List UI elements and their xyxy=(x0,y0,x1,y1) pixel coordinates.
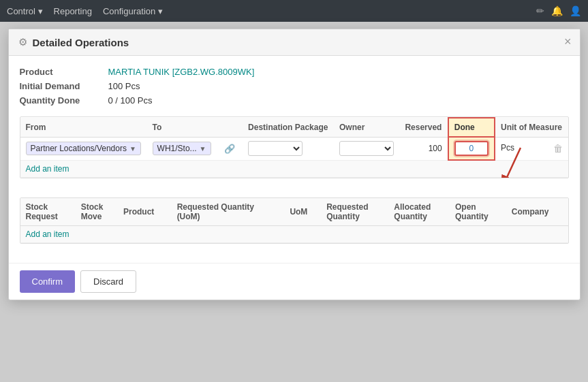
to-dropdown-arrow: ▼ xyxy=(200,145,206,153)
stock-table: StockRequest StockMove Product Requested… xyxy=(20,198,568,243)
from-dropdown[interactable]: Partner Locations/Vendors ▼ xyxy=(26,142,141,155)
ops-add-row[interactable]: Add an item xyxy=(20,160,568,178)
col-to: To xyxy=(147,118,217,137)
initial-demand-label: Initial Demand xyxy=(20,81,102,91)
nav-reporting[interactable]: Reporting xyxy=(54,6,92,16)
col-open-qty: OpenQuantity xyxy=(450,198,506,226)
col-done: Done xyxy=(448,118,495,137)
ops-table: From To Destination Package Owner Reserv… xyxy=(20,117,568,178)
col-uom: Unit of Measure xyxy=(495,118,568,137)
dest-package-select[interactable] xyxy=(248,141,303,156)
owner-select[interactable] xyxy=(339,141,394,156)
col-uom: UoM xyxy=(284,198,321,226)
product-label: Product xyxy=(20,67,102,77)
user-icon[interactable]: 👤 xyxy=(570,5,581,16)
cell-owner[interactable] xyxy=(334,137,399,160)
edit-icon[interactable]: ✏ xyxy=(536,5,544,16)
info-section: Product MARTIA TUNIK [ZGB2.WG.8009WK] In… xyxy=(20,67,569,106)
col-dest-package: Destination Package xyxy=(243,118,334,137)
stock-add-item[interactable]: Add an item xyxy=(20,226,568,243)
close-icon[interactable]: × xyxy=(564,35,572,48)
stock-add-row[interactable]: Add an item xyxy=(20,226,568,243)
col-requested-qty: RequestedQuantity xyxy=(321,198,388,226)
col-reserved: Reserved xyxy=(399,118,448,137)
cell-uom: Pcs 🗑 xyxy=(495,137,568,160)
initial-demand-value: 100 Pcs xyxy=(108,81,569,91)
ops-table-section: From To Destination Package Owner Reserv… xyxy=(20,116,569,178)
col-stock-request: StockRequest xyxy=(20,198,76,226)
col-from: From xyxy=(20,118,147,137)
bell-icon[interactable]: 🔔 xyxy=(551,5,563,16)
done-input[interactable] xyxy=(454,141,489,156)
cell-link[interactable]: 🔗 xyxy=(217,137,243,160)
to-dropdown[interactable]: WH1/Sto... ▼ xyxy=(153,142,211,155)
from-value: Partner Locations/Vendors xyxy=(31,144,127,153)
ops-table-header-row: From To Destination Package Owner Reserv… xyxy=(20,118,568,137)
ops-add-item[interactable]: Add an item xyxy=(20,160,568,178)
nav-configuration[interactable]: Configuration ▾ xyxy=(103,6,163,16)
from-dropdown-arrow: ▼ xyxy=(129,145,136,153)
col-requested-qty-uom: Requested Quantity(UoM) xyxy=(172,198,285,226)
col-owner: Owner xyxy=(334,118,399,137)
quantity-done-value: 0 / 100 Pcs xyxy=(108,95,569,106)
col-allocated-qty: AllocatedQuantity xyxy=(388,198,450,226)
gear-icon: ⚙ xyxy=(18,36,27,48)
confirm-button[interactable]: Confirm xyxy=(20,270,76,293)
cell-dest-package[interactable] xyxy=(243,137,334,160)
cell-from[interactable]: Partner Locations/Vendors ▼ xyxy=(20,137,147,160)
cell-to[interactable]: WH1/Sto... ▼ xyxy=(147,137,217,160)
ops-table-row: Partner Locations/Vendors ▼ WH1/Sto... ▼ xyxy=(20,137,568,160)
modal-header: ⚙ Detailed Operations × xyxy=(9,29,580,56)
nav-icon-group: ✏ 🔔 👤 xyxy=(536,5,581,16)
col-company: Company xyxy=(506,198,568,226)
col-product: Product xyxy=(118,198,172,226)
product-value: MARTIA TUNIK [ZGB2.WG.8009WK] xyxy=(108,67,569,77)
uom-value: Pcs xyxy=(501,143,514,153)
col-stock-move: StockMove xyxy=(76,198,118,226)
nav-control[interactable]: Control ▾ xyxy=(7,6,43,16)
trash-icon[interactable]: 🗑 xyxy=(553,143,563,154)
cell-reserved: 100 xyxy=(399,137,448,160)
stock-table-section: StockRequest StockMove Product Requested… xyxy=(20,197,569,244)
modal-overlay: ⚙ Detailed Operations × Product MARTIA T… xyxy=(0,22,588,382)
quantity-done-label: Quantity Done xyxy=(20,95,102,106)
cell-done[interactable] xyxy=(448,137,495,160)
top-nav: Control ▾ Reporting Configuration ▾ ✏ 🔔 … xyxy=(0,0,588,22)
col-to-link xyxy=(217,118,243,137)
discard-button[interactable]: Discard xyxy=(80,270,136,293)
detailed-operations-modal: ⚙ Detailed Operations × Product MARTIA T… xyxy=(8,29,581,300)
modal-footer: Confirm Discard xyxy=(9,263,580,300)
external-link-icon[interactable]: 🔗 xyxy=(224,144,235,154)
modal-title: Detailed Operations xyxy=(33,37,129,48)
to-value: WH1/Sto... xyxy=(157,144,197,153)
modal-body: Product MARTIA TUNIK [ZGB2.WG.8009WK] In… xyxy=(9,56,580,263)
stock-table-header-row: StockRequest StockMove Product Requested… xyxy=(20,198,568,226)
